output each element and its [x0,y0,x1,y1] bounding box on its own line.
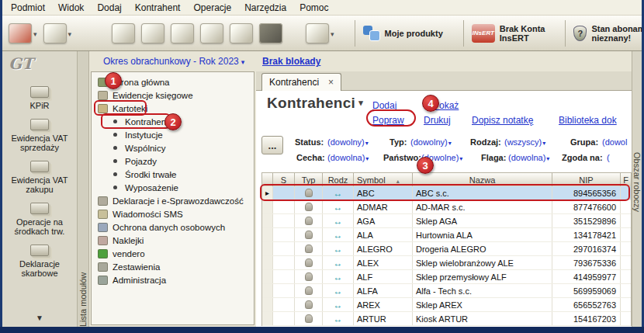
tree-item-administracja[interactable]: Administracja [92,273,254,286]
contractor-type-icon [305,300,313,309]
table-row[interactable]: ALA Hurtownia ALA 134178421 [262,228,631,242]
stamp-tool-icon[interactable] [112,23,135,43]
tab-close-icon[interactable] [328,78,334,86]
workspace-strip-label: Obszar roboczy [632,152,642,327]
module-ewidencja-vat-sprzedazy[interactable]: Ewidencja VAT sprzedaży [5,119,74,152]
reports-icon [98,262,108,272]
annotation-box-kontrahenci [101,113,171,129]
sum-tool-icon[interactable] [230,23,253,43]
menu-widok[interactable]: Widok [56,2,86,14]
insert-logo-icon: INsERT [472,24,495,43]
bullet-icon [113,186,117,189]
delete-tool-icon[interactable] [9,23,32,43]
vendero-icon [98,249,108,258]
konto-insert-button[interactable]: INsERT Brak Konta InsERT [464,24,545,43]
toolbar: Moje produkty INsERT Brak Konta InsERT ?… [2,16,642,51]
table-row[interactable]: ALF Sklep przemysłowy ALF 414959977 [262,270,631,284]
module-kpir[interactable]: KPiR [29,86,49,110]
table-row[interactable]: ADMAR AD-MAR s.c. 877476600 [262,200,631,214]
workspace-strip[interactable]: Obszar roboczy [632,51,642,327]
module-stack-icon [30,245,49,256]
zgoda-filter-value[interactable]: ( [607,153,611,162]
biblioteka-dokumentow-link[interactable]: Biblioteka dok [559,115,617,126]
menu-kontrahent[interactable]: Kontrahent [133,2,183,14]
table-row[interactable]: AGA Sklep AGA 351529896 [262,214,631,228]
typ-filter-value[interactable]: (dowolny) [410,137,452,147]
admin-icon [98,276,108,285]
module-list-strip[interactable]: Lista modułów [78,51,89,327]
app-window: Podmiot Widok Dodaj Kontrahent Operacje … [0,0,644,333]
bidirectional-icon [334,272,343,283]
module-operacje-srodki-trwale[interactable]: Operacje na środkach trw. [5,203,74,236]
tab-kontrahenci[interactable]: Kontrahenci [261,73,341,91]
mail-tool-icon[interactable] [43,23,67,43]
contractor-type-icon [305,286,313,295]
bullet-icon [113,159,117,163]
tree-item-vendero[interactable]: vendero [92,247,254,260]
status-filter-label: Status: [295,137,324,147]
tree-item-deklaracje[interactable]: Deklaracje i e-Sprawozdawczość [92,194,254,207]
annotation-ellipse-popraw [366,109,416,127]
copy-tool-icon[interactable] [200,23,223,43]
dropdown-caret-icon[interactable] [33,28,37,39]
annotation-circle-1: 1 [105,72,122,89]
konto-insert-label: Brak Konta InsERT [500,24,545,43]
contractor-type-icon [305,314,313,323]
gt-logo: GT [9,54,33,73]
rodzaj-filter-value[interactable]: (wszyscy) [504,137,545,147]
cecha-filter-label: Cecha: [296,153,325,162]
bullet-icon [113,172,117,176]
menu-dodaj[interactable]: Dodaj [95,2,123,14]
contractor-type-icon [305,245,313,253]
table-row[interactable]: ALEGRO Drogeria ALEGRO 297016374 [262,242,631,256]
grupa-filter-value[interactable]: (dowol [602,137,628,147]
tab-bar: Kontrahenci [256,71,632,91]
menu-podmiot[interactable]: Podmiot [9,2,47,14]
table-row[interactable]: ALEX Sklep wielobranżowy ALE 793675336 [262,256,631,270]
table-row[interactable]: ARTUR Kiosk ARTUR 154167203 [262,312,631,326]
cube-tool-icon[interactable] [259,23,282,43]
dropdown-caret-icon[interactable] [68,28,72,39]
window-bottom-bar [0,327,644,333]
tree-item-ochrona-danych[interactable]: Ochrona danych osobowych [92,220,254,234]
module-stack-icon [30,119,49,130]
status-filter-value[interactable]: (dowolny) [327,137,369,147]
drukuj-link[interactable]: Drukuj [424,115,451,126]
moje-produkty-button[interactable]: Moje produkty [355,25,443,41]
module-ewidencja-vat-zakupu[interactable]: Ewidencja VAT zakupu [5,161,74,194]
table-row[interactable]: ALFA Alfa - Tech s.c. 569959069 [262,284,631,298]
calculator-tool-icon[interactable] [171,23,194,43]
annotation-circle-3: 3 [417,157,434,174]
menu-pomoc[interactable]: Pomoc [297,2,331,14]
more-modules-icon[interactable] [36,312,43,323]
eraser-tool-icon[interactable] [141,23,164,43]
page-title[interactable]: Kontrahenci [267,95,363,112]
panstwo-filter-label: Państwo: [383,153,421,162]
tree-item-wyposazenie[interactable]: Wyposażenie [92,181,254,194]
printer-tool-icon[interactable] [306,23,329,43]
module-deklaracje-skarbowe[interactable]: Deklaracje skarbowe [5,245,74,278]
menu-narzedzia[interactable]: Narzędzia [242,2,289,14]
tree-item-pojazdy[interactable]: Pojazdy [92,154,254,168]
menu-operacje[interactable]: Operacje [191,2,234,14]
filter-options-button[interactable]: ... [261,136,283,154]
accounting-period-link[interactable]: Okres obrachunkowy - Rok 2023 [103,56,244,67]
bullet-icon [113,146,117,150]
tree-item-naklejki[interactable]: Naklejki [92,234,254,247]
tree-item-wiadomosci-sms[interactable]: Wiadomości SMS [92,207,254,220]
dopisz-notatke-link[interactable]: Dopisz notatkę [472,115,533,126]
dropdown-caret-icon[interactable] [331,28,334,39]
abonament-status-label: Stan abonamentu nieznany! [591,24,644,43]
flaga-filter-value[interactable]: (dowolna) [508,153,549,162]
cecha-filter-value[interactable]: (dowolna) [327,153,369,162]
lock-status-link[interactable]: Brak blokady [262,56,320,67]
tree-item-zestawienia[interactable]: Zestawienia [92,260,254,273]
tree-item-srodki-trwale[interactable]: Środki trwałe [92,168,254,181]
module-list-strip-label: Lista modułów [78,129,88,327]
shield-question-icon: ? [573,26,587,41]
table-row[interactable]: AREX Sklep AREX 656552763 [262,298,631,312]
bidirectional-icon [334,230,343,241]
tree-item-wspolnicy[interactable]: Wspólnicy [92,141,254,154]
abonament-status-button[interactable]: ? Stan abonamentu nieznany! [566,24,644,43]
navigation-panel: Okres obrachunkowy - Rok 2023 Strona głó… [89,51,256,327]
